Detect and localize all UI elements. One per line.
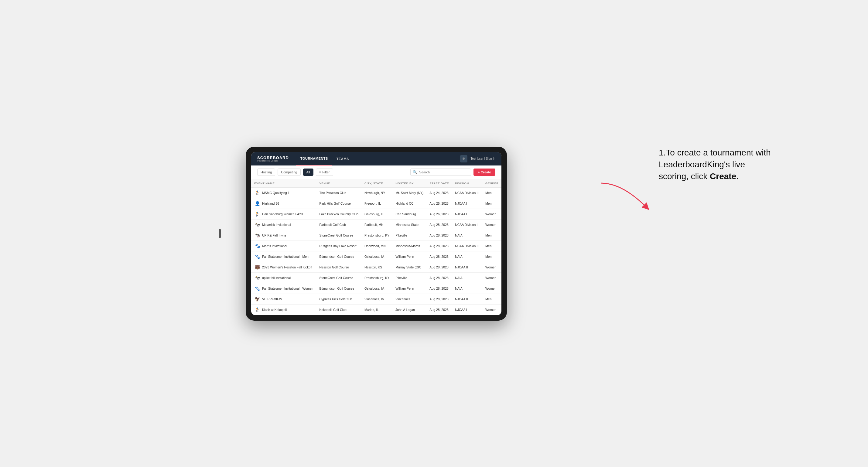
event-icon-11: 🏌️ bbox=[254, 307, 260, 313]
col-venue: VENUE bbox=[316, 179, 361, 188]
cell-division-6: NAIA bbox=[452, 251, 482, 262]
table-row: 🐾 Fall Statesmen Invitational - Women Ed… bbox=[251, 283, 501, 293]
nav-tabs: TOURNAMENTS TEAMS bbox=[296, 152, 353, 165]
cell-city-state-0: Newburgh, NY bbox=[362, 187, 393, 198]
cell-start-date-5: Aug 28, 2023 bbox=[426, 241, 452, 251]
cell-hosted-by-8: Pikeville bbox=[393, 272, 426, 283]
table-row: 👤 Highland 36 Park Hills Golf Course Fre… bbox=[251, 198, 501, 209]
col-city-state: CITY, STATE bbox=[362, 179, 393, 188]
col-start-date: START DATE bbox=[426, 179, 452, 188]
cell-hosted-by-9: William Penn bbox=[393, 283, 426, 293]
event-icon-2: 🏌️ bbox=[254, 211, 260, 217]
cell-event-name-3: 🐄 Maverick Invitational bbox=[251, 219, 316, 230]
cell-gender-6: Men bbox=[482, 251, 501, 262]
cell-city-state-4: Prestonsburg, KY bbox=[362, 230, 393, 241]
table-row: 🏌️ MSMC Qualifying 1 The Powelton Club N… bbox=[251, 187, 501, 198]
cell-gender-5: Men bbox=[482, 241, 501, 251]
cell-start-date-0: Aug 24, 2023 bbox=[426, 187, 452, 198]
cell-hosted-by-5: Minnesota-Morris bbox=[393, 241, 426, 251]
logo-main-text: SCOREBOARD bbox=[257, 156, 289, 160]
cell-division-0: NCAA Division III bbox=[452, 187, 482, 198]
cell-start-date-6: Aug 28, 2023 bbox=[426, 251, 452, 262]
event-name-text-6: Fall Statesmen Invitational - Men bbox=[262, 255, 309, 258]
create-button[interactable]: + Create bbox=[473, 168, 495, 176]
cell-gender-2: Women bbox=[482, 209, 501, 219]
event-icon-3: 🐄 bbox=[254, 222, 260, 228]
event-name-text-7: 2023 Women's Hesston Fall Kickoff bbox=[262, 266, 312, 269]
cell-venue-9: Edmundson Golf Course bbox=[316, 283, 361, 293]
cell-start-date-1: Aug 25, 2023 bbox=[426, 198, 452, 209]
nav-tab-teams[interactable]: TEAMS bbox=[332, 152, 353, 165]
annotation-text: 1.To create a tournament with Leaderboar… bbox=[659, 147, 774, 183]
event-name-text-9: Fall Statesmen Invitational - Women bbox=[262, 287, 313, 290]
all-filter-btn[interactable]: All bbox=[303, 168, 313, 176]
header-right: Test User | Sign In bbox=[460, 155, 495, 162]
cell-venue-10: Cypress Hills Golf Club bbox=[316, 293, 361, 304]
col-event-name: EVENT NAME bbox=[251, 179, 316, 188]
event-name-text-8: upike fall invitational bbox=[262, 276, 291, 280]
nav-tab-tournaments[interactable]: TOURNAMENTS bbox=[296, 152, 332, 165]
app-header: SCOREBOARD Powered by Clippit TOURNAMENT… bbox=[251, 152, 501, 165]
annotation-area: 1.To create a tournament with Leaderboar… bbox=[659, 147, 774, 183]
cell-hosted-by-1: Highland CC bbox=[393, 198, 426, 209]
cell-gender-8: Women bbox=[482, 272, 501, 283]
event-icon-9: 🐾 bbox=[254, 285, 260, 291]
event-name-text-0: MSMC Qualifying 1 bbox=[262, 191, 289, 195]
cell-venue-4: StoneCrest Golf Course bbox=[316, 230, 361, 241]
event-name-text-1: Highland 36 bbox=[262, 201, 279, 205]
cell-division-9: NAIA bbox=[452, 283, 482, 293]
cell-gender-10: Men bbox=[482, 293, 501, 304]
cell-venue-0: The Powelton Club bbox=[316, 187, 361, 198]
table-row: 🐄 upike fall invitational StoneCrest Gol… bbox=[251, 272, 501, 283]
cell-gender-0: Men bbox=[482, 187, 501, 198]
cell-division-3: NCAA Division II bbox=[452, 219, 482, 230]
cell-event-name-6: 🐾 Fall Statesmen Invitational - Men bbox=[251, 251, 316, 262]
event-icon-1: 👤 bbox=[254, 200, 260, 207]
col-hosted-by: HOSTED BY bbox=[393, 179, 426, 188]
cell-hosted-by-10: Vincennes bbox=[393, 293, 426, 304]
cell-city-state-2: Galesburg, IL bbox=[362, 209, 393, 219]
cell-venue-2: Lake Bracken Country Club bbox=[316, 209, 361, 219]
cell-city-state-3: Faribault, MN bbox=[362, 219, 393, 230]
app-logo: SCOREBOARD Powered by Clippit bbox=[257, 156, 289, 162]
filter-options-btn[interactable]: ≡ Filter bbox=[316, 168, 333, 176]
cell-event-name-7: 🐻 2023 Women's Hesston Fall Kickoff bbox=[251, 262, 316, 272]
table-container: EVENT NAME VENUE CITY, STATE HOSTED BY S… bbox=[251, 179, 501, 315]
table-row: 🐄 Maverick Invitational Faribault Golf C… bbox=[251, 219, 501, 230]
table-body: 🏌️ MSMC Qualifying 1 The Powelton Club N… bbox=[251, 187, 501, 315]
search-input[interactable] bbox=[410, 168, 471, 176]
event-icon-7: 🐻 bbox=[254, 264, 260, 270]
cell-division-5: NCAA Division III bbox=[452, 241, 482, 251]
cell-city-state-5: Deerwood, MN bbox=[362, 241, 393, 251]
cell-division-10: NJCAA II bbox=[452, 293, 482, 304]
hosting-filter-btn[interactable]: Hosting bbox=[257, 168, 275, 176]
event-name-text-2: Carl Sandburg Women FA23 bbox=[262, 212, 303, 216]
competing-filter-btn[interactable]: Competing bbox=[278, 168, 300, 176]
cell-hosted-by-7: Murray State (OK) bbox=[393, 262, 426, 272]
event-icon-10: 🦅 bbox=[254, 296, 260, 302]
table-row: 🏌️ Carl Sandburg Women FA23 Lake Bracken… bbox=[251, 209, 501, 219]
cell-city-state-10: Vincennes, IN bbox=[362, 293, 393, 304]
cell-gender-9: Women bbox=[482, 283, 501, 293]
toolbar: Hosting Competing All ≡ Filter 🔍 + Creat… bbox=[251, 165, 501, 179]
tablet-screen: SCOREBOARD Powered by Clippit TOURNAMENT… bbox=[251, 152, 501, 315]
cell-venue-1: Park Hills Golf Course bbox=[316, 198, 361, 209]
annotation-arrow bbox=[598, 180, 659, 217]
cell-start-date-3: Aug 28, 2023 bbox=[426, 219, 452, 230]
cell-gender-4: Men bbox=[482, 230, 501, 241]
cell-hosted-by-6: William Penn bbox=[393, 251, 426, 262]
event-icon-0: 🏌️ bbox=[254, 190, 260, 196]
annotation-bold: Create bbox=[710, 172, 736, 181]
gear-icon bbox=[462, 157, 466, 161]
cell-event-name-0: 🏌️ MSMC Qualifying 1 bbox=[251, 187, 316, 198]
cell-gender-7: Women bbox=[482, 262, 501, 272]
filter-icon: ≡ bbox=[319, 170, 321, 174]
cell-gender-11: Women bbox=[482, 304, 501, 315]
table-row: 🏌️ Klash at Kokopelli Kokopelli Golf Clu… bbox=[251, 304, 501, 315]
cell-hosted-by-11: John A Logan bbox=[393, 304, 426, 315]
table-row: 🐾 Morris Invitational Ruttger's Bay Lake… bbox=[251, 241, 501, 251]
table-row: 🐾 Fall Statesmen Invitational - Men Edmu… bbox=[251, 251, 501, 262]
settings-button[interactable] bbox=[460, 155, 467, 162]
cell-event-name-8: 🐄 upike fall invitational bbox=[251, 272, 316, 283]
event-name-text-5: Morris Invitational bbox=[262, 244, 287, 248]
